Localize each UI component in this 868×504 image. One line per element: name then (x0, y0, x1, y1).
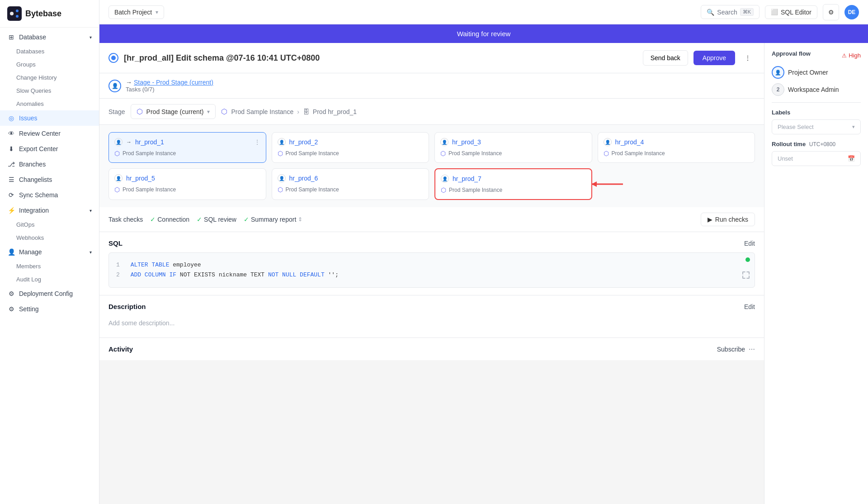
more-icon[interactable]: ⋮ (254, 138, 260, 146)
sidebar-item-branches[interactable]: ⎇ Branches (0, 157, 99, 172)
check-label: Summary report (251, 216, 296, 223)
desc-edit-button[interactable]: Edit (744, 303, 755, 310)
db-icon: ⬡ (114, 186, 120, 193)
sidebar-sub-label: Databases (16, 48, 44, 55)
sidebar-item-slow-queries[interactable]: Slow Queries (0, 84, 99, 97)
issue-header: [hr_prod_all] Edit schema @07-16 10:41 U… (99, 43, 764, 73)
db-icon: ⬡ (278, 150, 283, 157)
run-checks-button[interactable]: ▶ Run checks (701, 213, 755, 226)
approval-avatar: 👤 (772, 66, 784, 79)
db-card-hr-prod-3[interactable]: 👤 hr_prod_3 ⬡ Prod Sample Instance (434, 132, 592, 163)
sidebar-item-gitops[interactable]: GitOps (0, 218, 99, 231)
stage-info: 👤 → Stage - Prod Stage (current) Tasks (… (99, 73, 764, 99)
instance-name: Prod Sample Instance (123, 186, 176, 193)
check-connection: ✓ Connection (150, 216, 189, 223)
sidebar-item-audit-log[interactable]: Audit Log (0, 273, 99, 286)
avatar[interactable]: DE (844, 5, 859, 19)
sidebar-item-setting[interactable]: ⚙ Setting (0, 301, 99, 317)
sidebar-sub-label: Change History (16, 74, 57, 81)
check-summary-report: ✓ Summary report ⇕ (244, 216, 302, 223)
desc-title: Description (108, 303, 146, 310)
tasks-link[interactable]: Tasks (0/7) (126, 86, 213, 93)
issue-title: [hr_prod_all] Edit schema @07-16 10:41 U… (124, 53, 637, 63)
cog-icon: ⚙ (7, 305, 15, 313)
labels-select[interactable]: Please Select ▾ (772, 119, 861, 134)
stage-dropdown[interactable]: ⬡ Prod Stage (current) ▾ (131, 104, 216, 119)
more-button[interactable]: ⋮ (741, 51, 755, 65)
sidebar-item-manage[interactable]: 👤 Manage ▾ (0, 244, 99, 260)
sidebar-item-changelists[interactable]: ☰ Changelists (0, 172, 99, 187)
db-card-hr-prod-7[interactable]: 👤 hr_prod_7 ⬡ Prod Sample Instance (434, 168, 592, 200)
more-icon[interactable]: ⋯ (749, 346, 755, 353)
sidebar-item-review-center[interactable]: 👁 Review Center (0, 126, 99, 141)
db-name: hr_prod_6 (289, 175, 318, 182)
user-icon: 👤 (278, 138, 286, 146)
db-icon: ⬡ (604, 150, 609, 157)
topbar: Batch Project ▾ 🔍 Search ⌘K ⬜ SQL Editor… (99, 0, 868, 24)
db-card-hr-prod-5[interactable]: 👤 hr_prod_5 ⬡ Prod Sample Instance (108, 168, 266, 200)
review-banner: Waiting for review (99, 24, 868, 43)
user-icon: 👤 (441, 175, 449, 183)
desc-placeholder[interactable]: Add some description... (108, 316, 755, 330)
sidebar-item-database[interactable]: ⊞ Database ▾ (0, 29, 99, 45)
sidebar-item-label: Setting (19, 305, 39, 313)
stage-link[interactable]: Stage - Prod Stage (current) (134, 79, 213, 86)
search-kbd: ⌘K (740, 8, 754, 16)
sidebar-item-webhooks[interactable]: Webhooks (0, 231, 99, 244)
gear-icon: ⚙ (828, 9, 834, 16)
check-sql-review: ✓ SQL review (197, 216, 236, 223)
sidebar-item-label: Database (19, 33, 46, 41)
list-icon: ☰ (7, 176, 15, 184)
db-name: hr_prod_7 (453, 175, 481, 182)
db-card-hr-prod-1[interactable]: 👤 → hr_prod_1 ⋮ ⬡ Prod Sample Instance (108, 132, 266, 163)
sidebar-item-change-history[interactable]: Change History (0, 71, 99, 84)
db-card-hr-prod-4[interactable]: 👤 hr_prod_4 ⬡ Prod Sample Instance (598, 132, 755, 163)
project-selector[interactable]: Batch Project ▾ (108, 5, 164, 19)
db-name: hr_prod_5 (126, 175, 155, 182)
search-label: Search (717, 9, 737, 16)
sql-editor-button[interactable]: ⬜ SQL Editor (765, 5, 817, 19)
chevron-down-icon: ▾ (852, 124, 855, 130)
sidebar-item-deployment-config[interactable]: ⚙ Deployment Config (0, 286, 99, 301)
sidebar-item-label: Integration (19, 207, 49, 214)
sidebar-item-label: Manage (19, 248, 42, 256)
sidebar-item-groups[interactable]: Groups (0, 58, 99, 71)
labels-title: Labels (772, 109, 861, 116)
expand-button[interactable] (742, 271, 750, 283)
sidebar-item-members[interactable]: Members (0, 260, 99, 273)
approver-label: Project Owner (788, 69, 828, 76)
svg-point-2 (16, 10, 19, 12)
task-checks-bar: Task checks ✓ Connection ✓ SQL review ✓ … (99, 207, 764, 232)
approver-label: Workspace Admin (788, 86, 839, 93)
sidebar-item-integration[interactable]: ⚡ Integration ▾ (0, 203, 99, 218)
instance-name: Prod Sample Instance (448, 150, 502, 157)
logo[interactable]: Bytebase (0, 0, 99, 28)
sidebar-item-anomalies[interactable]: Anomalies (0, 97, 99, 110)
grid-icon: ⊞ (7, 33, 15, 41)
sidebar-sub-label: Groups (16, 61, 36, 68)
settings-button[interactable]: ⚙ (823, 4, 839, 20)
sidebar-item-label: Review Center (19, 130, 61, 137)
user-icon: 👤 (114, 138, 123, 146)
high-label: High (849, 52, 861, 59)
db-card-hr-prod-6[interactable]: 👤 hr_prod_6 ⬡ Prod Sample Instance (272, 168, 429, 200)
search-button[interactable]: 🔍 Search ⌘K (701, 5, 760, 19)
rollout-time-input[interactable]: Unset 📅 (772, 151, 861, 166)
activity-title: Activity (108, 345, 133, 353)
refresh-icon: ⟳ (7, 191, 15, 199)
db-card-hr-prod-2[interactable]: 👤 hr_prod_2 ⬡ Prod Sample Instance (272, 132, 429, 163)
expand-icon[interactable]: ⇕ (298, 216, 302, 223)
ellipsis-icon: ⋮ (745, 54, 751, 62)
sidebar-item-issues[interactable]: ◎ Issues (0, 110, 99, 126)
approve-button[interactable]: Approve (693, 51, 735, 65)
subscribe-button[interactable]: Subscribe (717, 346, 745, 353)
sidebar-item-sync-schema[interactable]: ⟳ Sync Schema (0, 187, 99, 203)
send-back-button[interactable]: Send back (643, 50, 688, 66)
sql-edit-button[interactable]: Edit (744, 240, 755, 247)
instance-name: Prod Sample Instance (123, 150, 176, 157)
play-icon: ▶ (708, 216, 712, 223)
sidebar: Bytebase ⊞ Database ▾ Databases Groups C… (0, 0, 99, 504)
sidebar-item-databases[interactable]: Databases (0, 45, 99, 58)
instance-name: Prod Sample Instance (612, 150, 665, 157)
sidebar-item-export-center[interactable]: ⬇ Export Center (0, 141, 99, 157)
